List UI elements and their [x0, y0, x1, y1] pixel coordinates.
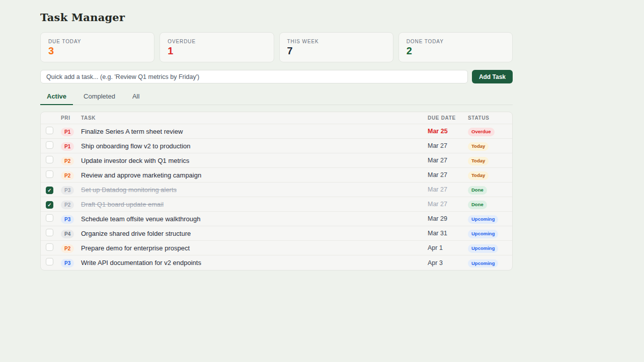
table-row: ✓P2Draft Q1 board update emailMar 27Done [41, 197, 512, 212]
table-row: ✓P3Set up Datadog monitoring alertsMar 2… [41, 183, 512, 197]
task-checkbox[interactable] [46, 243, 53, 251]
status-cell: Upcoming [468, 214, 505, 223]
stat-value: 3 [48, 45, 146, 56]
tab-active[interactable]: Active [40, 90, 73, 105]
task-table: PRI TASK DUE DATE STATUS P1Finalize Seri… [40, 112, 513, 270]
page-title: Task Manager [40, 11, 513, 24]
status-badge: Done [468, 201, 487, 209]
add-task-button[interactable]: Add Task [472, 70, 513, 83]
checkbox-cell: ✓ [46, 200, 61, 209]
header-task: TASK [81, 115, 428, 121]
stat-card-done-today: DONE TODAY2 [398, 32, 513, 62]
due-date: Apr 3 [428, 259, 468, 266]
checkbox-cell [46, 229, 61, 238]
table-row: P2Prepare demo for enterprise prospectAp… [41, 241, 512, 255]
header-priority: PRI [61, 115, 81, 121]
tabs: ActiveCompletedAll [40, 90, 513, 105]
due-date: Mar 25 [428, 128, 468, 135]
status-badge: Upcoming [468, 215, 498, 223]
due-date: Mar 27 [428, 157, 468, 164]
task-title: Draft Q1 board update email [81, 201, 428, 208]
tab-completed[interactable]: Completed [77, 90, 122, 105]
quick-add-input[interactable] [40, 70, 468, 83]
header-due-date: DUE DATE [428, 115, 468, 121]
status-cell: Done [468, 185, 505, 194]
status-badge: Done [468, 186, 487, 194]
due-date: Mar 27 [428, 142, 468, 149]
priority-badge: P3 [61, 186, 74, 195]
checkbox-cell [46, 170, 61, 180]
status-badge: Upcoming [468, 244, 498, 252]
task-checkbox[interactable] [46, 141, 53, 149]
task-checkbox[interactable]: ✓ [46, 201, 53, 209]
status-cell: Upcoming [468, 258, 505, 267]
priority-cell: P3 [61, 258, 81, 267]
task-checkbox[interactable] [46, 156, 53, 163]
priority-cell: P3 [61, 185, 81, 195]
due-date: Mar 29 [428, 215, 468, 222]
status-cell: Today [468, 170, 505, 179]
status-cell: Upcoming [468, 228, 505, 238]
priority-badge: P1 [61, 142, 74, 151]
stat-value: 2 [407, 45, 505, 56]
stat-label: OVERDUE [168, 39, 266, 44]
priority-cell: P1 [61, 127, 81, 136]
table-row: P1Ship onboarding flow v2 to productionM… [41, 139, 512, 153]
status-badge: Upcoming [468, 259, 498, 267]
task-checkbox[interactable] [46, 258, 53, 265]
header-status: STATUS [468, 115, 505, 121]
status-cell: Today [468, 155, 505, 165]
checkbox-cell [46, 258, 61, 267]
stat-value: 7 [287, 45, 385, 56]
due-date: Mar 31 [428, 230, 468, 237]
task-checkbox[interactable] [46, 170, 53, 178]
priority-cell: P2 [61, 170, 81, 180]
task-checkbox[interactable] [46, 127, 53, 134]
due-date: Mar 27 [428, 201, 468, 208]
status-cell: Done [468, 199, 505, 209]
task-title: Ship onboarding flow v2 to production [81, 142, 428, 150]
task-title: Organize shared drive folder structure [81, 230, 428, 237]
checkbox-cell [46, 127, 61, 136]
stat-label: THIS WEEK [287, 39, 385, 44]
tab-all[interactable]: All [126, 90, 146, 105]
quick-add-bar: Add Task [40, 70, 513, 83]
task-title: Write API documentation for v2 endpoints [81, 259, 428, 266]
priority-badge: P2 [61, 171, 74, 180]
due-date: Mar 27 [428, 186, 468, 193]
checkbox-cell [46, 156, 61, 165]
due-date: Apr 1 [428, 244, 468, 251]
due-date: Mar 27 [428, 171, 468, 178]
task-title: Prepare demo for enterprise prospect [81, 244, 428, 252]
stat-card-overdue: OVERDUE1 [159, 32, 274, 62]
task-checkbox[interactable] [46, 214, 53, 222]
status-badge: Today [468, 171, 489, 179]
table-row: P2Review and approve marketing campaignM… [41, 168, 512, 183]
status-badge: Upcoming [468, 230, 498, 238]
table-row: P1Finalize Series A term sheet reviewMar… [41, 124, 512, 139]
status-cell: Upcoming [468, 243, 505, 252]
priority-cell: P4 [61, 229, 81, 238]
checkbox-cell [46, 243, 61, 253]
task-title: Update investor deck with Q1 metrics [81, 157, 428, 164]
checkbox-cell: ✓ [46, 185, 61, 195]
stat-card-this-week: THIS WEEK7 [279, 32, 393, 62]
task-title: Set up Datadog monitoring alerts [81, 186, 428, 194]
stat-card-due-today: DUE TODAY3 [40, 32, 154, 62]
task-title: Finalize Series A term sheet review [81, 128, 428, 135]
checkbox-cell [46, 141, 61, 151]
status-badge: Today [468, 142, 489, 150]
stat-value: 1 [168, 45, 266, 56]
stat-label: DONE TODAY [407, 39, 505, 44]
priority-cell: P3 [61, 214, 81, 224]
table-row: P2Update investor deck with Q1 metricsMa… [41, 153, 512, 168]
priority-badge: P4 [61, 230, 74, 238]
status-cell: Today [468, 141, 505, 150]
priority-badge: P2 [61, 244, 74, 253]
task-checkbox[interactable]: ✓ [46, 187, 53, 194]
priority-cell: P2 [61, 243, 81, 253]
task-checkbox[interactable] [46, 229, 53, 236]
priority-badge: P2 [61, 157, 74, 165]
stats-row: DUE TODAY3OVERDUE1THIS WEEK7DONE TODAY2 [40, 32, 513, 62]
status-badge: Overdue [468, 128, 495, 136]
